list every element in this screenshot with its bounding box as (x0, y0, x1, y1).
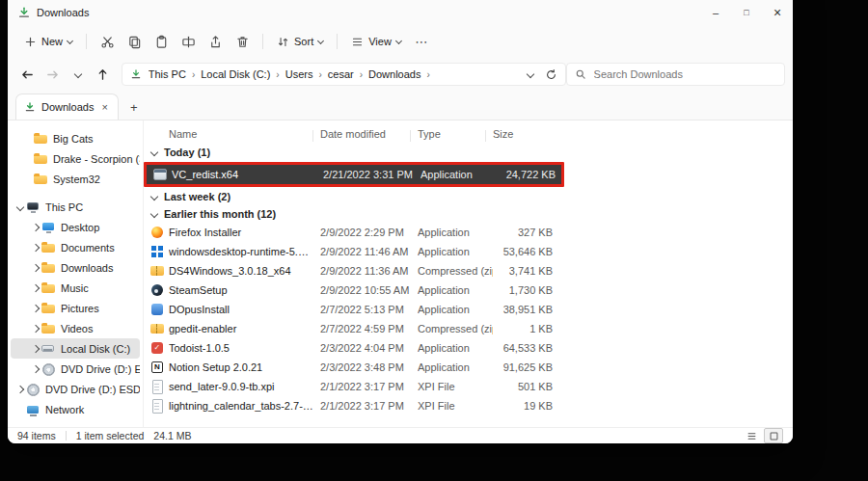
breadcrumb-item[interactable]: cesar (328, 68, 368, 80)
sidebar-item-label: Local Disk (C:) (61, 343, 130, 355)
tab-label: Downloads (41, 101, 94, 113)
refresh-button[interactable] (545, 68, 557, 81)
sidebar-item[interactable]: Videos (11, 318, 140, 338)
file-row[interactable]: send_later-9.0.9-tb.xpi 2/1/2022 3:17 PM… (144, 377, 793, 396)
sidebar-item[interactable]: Desktop (11, 217, 140, 237)
file-size: 24,722 KB (496, 169, 556, 180)
file-icon (149, 225, 165, 240)
tree-chevron-icon[interactable] (22, 156, 34, 162)
cut-button[interactable] (94, 28, 121, 55)
file-icon (149, 321, 165, 336)
file-row[interactable]: Firefox Installer 2/9/2022 2:29 PM Appli… (144, 223, 793, 242)
tree-chevron-icon[interactable] (30, 265, 41, 271)
share-button[interactable] (202, 28, 229, 55)
sidebar-item[interactable]: Big Cats (11, 128, 140, 148)
file-row-selected[interactable]: VC_redist.x64 2/21/2022 3:31 PM Applicat… (147, 165, 561, 184)
sidebar-item-icon (41, 220, 56, 234)
forward-button[interactable] (41, 62, 66, 87)
address-bar[interactable]: This PC Local Disk (C:) Users cesar Down… (122, 63, 566, 86)
tab-close-button[interactable]: × (99, 101, 109, 113)
sidebar-item[interactable]: Music (11, 278, 140, 298)
column-date-modified[interactable]: Date modified (320, 128, 418, 140)
delete-button[interactable] (229, 28, 256, 55)
maximize-button[interactable]: □ (731, 0, 762, 25)
tree-chevron-icon[interactable] (30, 366, 41, 372)
sidebar-item-icon (41, 321, 56, 335)
file-name: send_later-9.0.9-tb.xpi (169, 381, 320, 392)
breadcrumb-item[interactable]: Local Disk (C:) (201, 68, 285, 80)
sidebar-item[interactable]: System32 (11, 169, 140, 189)
sidebar-item[interactable]: Local Disk (C:) (11, 338, 140, 359)
breadcrumb-item[interactable]: Users (285, 68, 328, 80)
breadcrumb-item[interactable]: Downloads (368, 68, 436, 80)
sidebar-item[interactable]: Drake - Scorpion (320) (11, 148, 140, 169)
sidebar-item[interactable]: Downloads (11, 257, 140, 278)
minimize-button[interactable]: – (700, 0, 731, 25)
file-row[interactable]: SteamSetup 2/9/2022 10:55 AM Application… (144, 281, 793, 300)
large-icons-view-button[interactable] (764, 428, 783, 443)
sidebar-item[interactable]: Network (11, 399, 140, 419)
search-input[interactable] (592, 67, 776, 81)
sidebar-item[interactable]: DVD Drive (D:) ESD-ISO (11, 379, 140, 399)
chevron-down-icon (150, 148, 158, 156)
back-button[interactable] (15, 62, 41, 87)
tree-chevron-icon[interactable] (30, 225, 41, 230)
rename-button[interactable] (175, 28, 202, 55)
new-tab-button[interactable]: + (122, 95, 146, 119)
file-icon (149, 244, 165, 259)
file-row[interactable]: DS4Windows_3.0.18_x64 2/9/2022 11:36 AM … (144, 261, 793, 281)
paste-button[interactable] (148, 28, 175, 55)
group-header-earlier-this-month[interactable]: Earlier this month (12) (144, 205, 793, 223)
file-row[interactable]: lightning_calendar_tabs-2.7-tb.xpi 2/1/2… (144, 396, 793, 415)
view-button[interactable]: View (344, 28, 408, 55)
tab-downloads[interactable]: Downloads × (15, 94, 119, 120)
sidebar-item[interactable]: Documents (11, 237, 140, 257)
see-more-button[interactable]: ⋯ (408, 28, 435, 55)
sidebar-item-label: Downloads (61, 262, 113, 274)
status-divider (66, 431, 67, 441)
tree-chevron-icon[interactable] (22, 176, 34, 182)
tree-chevron-icon[interactable] (30, 326, 41, 332)
sidebar-item-label: DVD Drive (D:) ESD-ISC (61, 363, 140, 375)
recent-locations-button[interactable] (66, 62, 91, 87)
sidebar-item-icon (26, 382, 41, 396)
file-row[interactable]: Notion Setup 2.0.21 2/3/2022 3:48 PM App… (144, 358, 793, 377)
address-dropdown-icon[interactable] (526, 70, 533, 78)
sidebar-item[interactable]: DVD Drive (D:) ESD-ISC (11, 359, 140, 379)
sidebar-item[interactable]: This PC (11, 197, 140, 217)
tree-chevron-icon[interactable] (14, 407, 26, 413)
column-size[interactable]: Size (493, 128, 553, 140)
group-header-last-week[interactable]: Last week (2) (144, 188, 793, 205)
file-row[interactable]: gpedit-enabler 2/7/2022 4:59 PM Compress… (144, 319, 793, 338)
new-button[interactable]: New (17, 28, 79, 55)
close-button[interactable]: × (762, 0, 793, 25)
file-row[interactable]: Todoist-1.0.5 2/3/2022 4:04 PM Applicati… (144, 338, 793, 358)
chevron-down-icon (395, 37, 402, 43)
copy-button[interactable] (121, 28, 148, 55)
breadcrumb-item[interactable]: This PC (149, 68, 201, 80)
tree-chevron-icon[interactable] (30, 285, 41, 291)
file-row[interactable]: windowsdesktop-runtime-5.0.14-win-x64 2/… (144, 242, 793, 261)
annotation-highlight-box: VC_redist.x64 2/21/2022 3:31 PM Applicat… (144, 162, 564, 187)
up-button[interactable] (91, 62, 116, 87)
sort-button-label: Sort (294, 36, 313, 47)
tree-chevron-icon[interactable] (30, 245, 41, 251)
column-type[interactable]: Type (418, 128, 493, 140)
group-header-today[interactable]: Today (1) (144, 144, 793, 161)
sort-button[interactable]: Sort (270, 28, 330, 55)
tree-chevron-icon[interactable] (14, 387, 26, 392)
tree-chevron-icon[interactable] (30, 306, 41, 311)
tree-chevron-icon[interactable] (30, 346, 41, 352)
tab-bar: Downloads × + (8, 91, 793, 120)
file-row[interactable]: DOpusInstall 2/7/2022 5:13 PM Applicatio… (144, 300, 793, 319)
tree-chevron-icon[interactable] (22, 136, 34, 142)
arrow-left-icon (20, 67, 35, 82)
details-view-button[interactable] (743, 429, 760, 442)
column-name[interactable]: Name (169, 128, 320, 140)
sidebar-item-label: Big Cats (53, 133, 94, 145)
search-box[interactable] (566, 63, 785, 86)
sidebar-item[interactable]: Pictures (11, 298, 140, 318)
tree-chevron-icon[interactable] (14, 204, 26, 210)
file-type: Compressed (zipp... (418, 323, 493, 334)
view-button-label: View (368, 36, 392, 47)
